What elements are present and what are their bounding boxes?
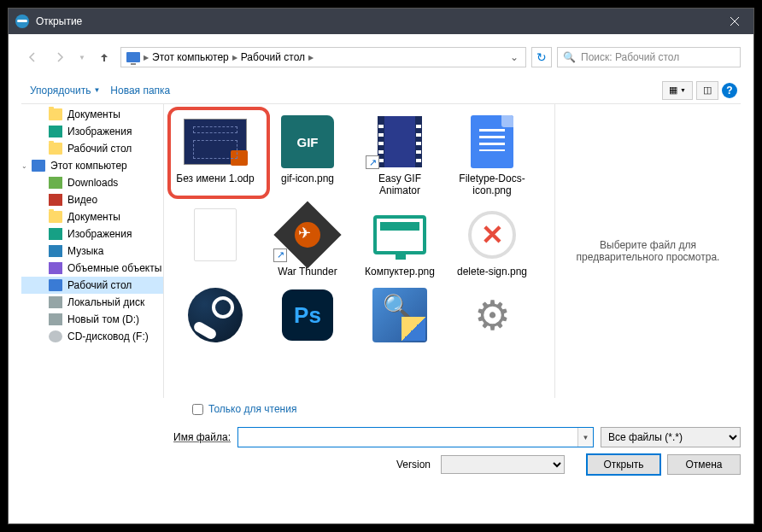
breadcrumb-seg-pc[interactable]: Этот компьютер	[149, 48, 232, 67]
sidebar-item[interactable]: CD-дисковод (F:)	[21, 328, 163, 345]
refresh-button[interactable]: ↻	[531, 47, 552, 67]
file-label: Easy GIF Animator	[357, 172, 443, 197]
file-thumbnail	[458, 114, 526, 169]
sidebar-item[interactable]: Документы	[21, 106, 163, 123]
sidebar-item-label: CD-дисковод (F:)	[67, 330, 149, 342]
sidebar-item-label: Изображения	[67, 228, 132, 240]
filename-dropdown[interactable]: ▼	[577, 428, 593, 447]
search-icon: 🔍	[563, 51, 576, 63]
sidebar-item[interactable]: Объемные объекты	[21, 260, 163, 277]
search-input[interactable]: 🔍 Поиск: Рабочий стол	[557, 47, 741, 67]
filetype-select[interactable]: Все файлы (*.*)	[601, 427, 741, 447]
file-item[interactable]	[169, 202, 261, 283]
app-icon	[15, 15, 29, 28]
dl-icon-icon	[49, 177, 62, 189]
sidebar-item[interactable]: Музыка	[21, 243, 163, 260]
disk-icon-icon	[49, 313, 62, 325]
file-thumbnail: ↗	[273, 208, 342, 262]
file-thumbnail	[181, 114, 249, 169]
file-item[interactable]: GIFgif-icon.png	[261, 109, 354, 202]
sidebar-item-label: Видео	[67, 194, 97, 206]
view-mode-button[interactable]: ▦▼	[662, 81, 693, 100]
expand-icon[interactable]: ⌄	[21, 162, 30, 170]
breadcrumb-dropdown[interactable]: ⌄	[505, 51, 524, 63]
pane-icon: ◫	[703, 85, 712, 96]
sidebar-item[interactable]: Локальный диск	[21, 294, 163, 311]
preview-pane-button[interactable]: ◫	[696, 81, 718, 100]
sidebar-item[interactable]: ⌄Этот компьютер	[21, 157, 163, 174]
navigation-tree[interactable]: ДокументыИзображенияРабочий стол⌄Этот ко…	[21, 104, 164, 398]
file-list[interactable]: Без имени 1.odpGIFgif-icon.png↗Easy GIF …	[164, 104, 554, 398]
breadcrumb[interactable]: ▶ Этот компьютер ▶ Рабочий стол ▶ ⌄	[120, 47, 526, 67]
file-item[interactable]: ↗Easy GIF Animator	[354, 109, 446, 202]
breadcrumb-seg-desktop[interactable]: Рабочий стол	[237, 48, 308, 67]
readonly-label[interactable]: Только для чтения	[208, 403, 296, 415]
cd-icon-icon	[49, 330, 62, 342]
file-thumbnail: ⚙	[458, 288, 526, 342]
file-item[interactable]: Ps	[261, 283, 354, 351]
sidebar-item[interactable]: Рабочий стол	[21, 140, 163, 157]
sidebar-item[interactable]: Изображения	[21, 225, 163, 243]
obj-icon-icon	[49, 262, 62, 274]
file-thumbnail	[181, 208, 249, 262]
file-thumbnail	[181, 288, 249, 342]
toolbar: Упорядочить▼ Новая папка ▦▼ ◫ ?	[21, 77, 741, 104]
pic-icon-icon	[49, 228, 62, 240]
sidebar-item[interactable]: Изображения	[21, 123, 163, 140]
file-item[interactable]: Компуктер.png	[354, 202, 446, 283]
sidebar-item-label: Документы	[67, 108, 120, 120]
close-button[interactable]	[715, 9, 753, 34]
sidebar-item[interactable]: Рабочий стол	[21, 277, 163, 294]
sidebar-item[interactable]: Downloads	[21, 174, 163, 191]
sidebar-item-label: Рабочий стол	[67, 143, 132, 155]
disk-icon-icon	[49, 296, 62, 308]
sidebar-item[interactable]: Документы	[21, 208, 163, 225]
mus-icon-icon	[49, 245, 62, 257]
file-thumbnail	[366, 208, 434, 262]
titlebar: Открытие	[9, 9, 753, 34]
address-bar-row: ▼ ▶ Этот компьютер ▶ Рабочий стол ▶ ⌄ ↻ …	[21, 43, 741, 72]
nav-up-button[interactable]	[93, 46, 115, 68]
sidebar-item[interactable]: Видео	[21, 191, 163, 208]
sidebar-item[interactable]: Новый том (D:)	[21, 311, 163, 328]
preview-pane: Выберите файл для предварительного просм…	[554, 104, 741, 398]
organize-menu[interactable]: Упорядочить▼	[25, 81, 105, 100]
sidebar-item-label: Изображения	[67, 126, 132, 137]
file-item[interactable]: ⚙	[446, 283, 538, 351]
readonly-checkbox[interactable]	[192, 404, 203, 415]
file-item[interactable]: Filetype-Docs-icon.png	[446, 109, 538, 202]
version-label: Version	[396, 459, 431, 471]
file-item[interactable]	[354, 283, 446, 351]
file-item[interactable]: ↗War Thunder	[261, 202, 354, 283]
filename-label: Имя файла:	[21, 431, 231, 443]
new-folder-button[interactable]: Новая папка	[105, 81, 175, 100]
sidebar-item-label: Новый том (D:)	[67, 313, 139, 325]
file-thumbnail: GIF	[273, 114, 342, 169]
filename-input[interactable]: ▼	[237, 427, 594, 447]
pc-icon	[126, 52, 140, 62]
nav-back-button[interactable]	[21, 46, 44, 68]
tiles-icon: ▦	[669, 85, 677, 96]
sidebar-item-label: Локальный диск	[67, 296, 144, 308]
help-button[interactable]: ?	[722, 83, 737, 98]
sidebar-item-label: Музыка	[67, 245, 103, 257]
cancel-button[interactable]: Отмена	[667, 454, 741, 475]
window-title: Открытие	[36, 15, 82, 27]
folder-icon	[49, 143, 62, 155]
file-open-dialog: Открытие ▼ ▶ Этот компьютер ▶ Рабочий ст…	[9, 9, 753, 523]
file-thumbnail	[366, 288, 434, 342]
file-label: Компуктер.png	[365, 266, 435, 278]
file-item[interactable]: Без имени 1.odp	[169, 109, 261, 202]
file-item[interactable]: ✕delete-sign.png	[446, 202, 538, 283]
folder-icon	[49, 108, 62, 120]
file-thumbnail: ↗	[366, 114, 434, 169]
file-item[interactable]	[169, 283, 261, 351]
version-select[interactable]	[441, 455, 565, 474]
nav-recent-dropdown[interactable]: ▼	[76, 46, 88, 68]
sidebar-item-label: Этот компьютер	[50, 160, 127, 172]
nav-forward-button[interactable]	[49, 46, 71, 68]
pc-icon	[49, 279, 62, 291]
shortcut-overlay-icon: ↗	[273, 248, 287, 262]
file-label: Без имени 1.odp	[176, 172, 254, 184]
open-button[interactable]: Открыть	[587, 454, 660, 475]
